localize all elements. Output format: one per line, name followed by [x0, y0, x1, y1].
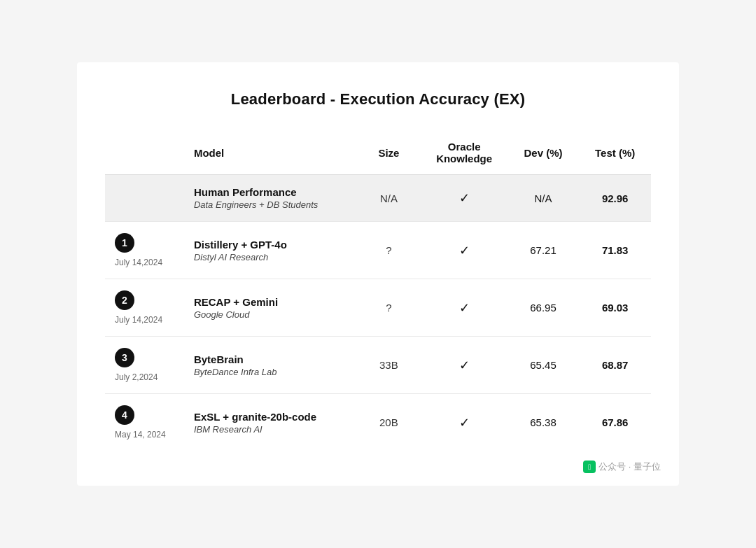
model-name: ExSL + granite-20b-code [194, 411, 346, 423]
dev-cell: 66.95 [507, 279, 580, 337]
model-cell: ExSL + granite-20b-codeIBM Research AI [184, 394, 356, 451]
model-name: RECAP + Gemini [194, 296, 346, 308]
rank-badge: 2 [115, 290, 134, 310]
leaderboard-table: Model Size OracleKnowledge Dev (%) Test … [105, 134, 651, 451]
header-test: Test (%) [579, 134, 651, 175]
checkmark-icon: ✓ [459, 244, 470, 258]
checkmark-icon: ✓ [459, 416, 470, 430]
test-cell: 69.03 [579, 279, 651, 337]
test-cell: 92.96 [579, 175, 651, 222]
header-rank [105, 134, 184, 175]
model-org: ByteDance Infra Lab [194, 367, 346, 377]
oracle-cell: ✓ [421, 279, 507, 337]
model-org: Data Engineers + DB Students [194, 199, 346, 210]
model-name: Human Performance [194, 186, 346, 198]
oracle-cell: ✓ [421, 175, 507, 222]
checkmark-icon: ✓ [459, 358, 470, 372]
size-cell: 20B [356, 394, 421, 451]
watermark:  公众号 · 量子位 [583, 461, 661, 473]
rank-date: July 2,2024 [115, 372, 158, 382]
dev-cell: N/A [507, 175, 580, 222]
rank-cell: 1July 14,2024 [105, 222, 184, 279]
rank-cell [105, 175, 184, 222]
table-row: 3July 2,2024ByteBrainByteDance Infra Lab… [105, 337, 651, 394]
size-cell: 33B [356, 337, 421, 394]
model-org: Google Cloud [194, 309, 346, 320]
rank-badge: 3 [115, 348, 134, 367]
test-cell: 67.86 [579, 394, 651, 451]
oracle-cell: ✓ [421, 222, 507, 279]
oracle-cell: ✓ [421, 337, 507, 394]
header-dev: Dev (%) [507, 134, 580, 175]
checkmark-icon: ✓ [459, 191, 470, 205]
header-size: Size [356, 134, 421, 175]
model-org: Distyl AI Research [194, 252, 346, 262]
wechat-icon:  [583, 461, 596, 473]
rank-cell: 4May 14, 2024 [105, 394, 184, 451]
model-name: Distillery + GPT-4o [194, 239, 346, 251]
page-title: Leaderboard - Execution Accuracy (EX) [105, 90, 651, 108]
test-cell: 68.87 [579, 337, 651, 394]
rank-date: May 14, 2024 [115, 430, 166, 440]
table-row: 1July 14,2024Distillery + GPT-4oDistyl A… [105, 222, 651, 279]
table-row: 4May 14, 2024ExSL + granite-20b-codeIBM … [105, 394, 651, 451]
model-cell: Distillery + GPT-4oDistyl AI Research [184, 222, 356, 279]
size-cell: ? [356, 279, 421, 337]
dev-cell: 65.38 [507, 394, 580, 451]
oracle-cell: ✓ [421, 394, 507, 451]
checkmark-icon: ✓ [459, 301, 470, 315]
model-name: ByteBrain [194, 353, 346, 365]
main-container: Leaderboard - Execution Accuracy (EX) Mo… [77, 62, 679, 486]
rank-date: July 14,2024 [115, 258, 162, 267]
rank-cell: 2July 14,2024 [105, 279, 184, 337]
table-row: 2July 14,2024RECAP + GeminiGoogle Cloud?… [105, 279, 651, 337]
rank-date: July 14,2024 [115, 315, 162, 325]
header-oracle: OracleKnowledge [421, 134, 507, 175]
size-cell: N/A [356, 175, 421, 222]
model-cell: RECAP + GeminiGoogle Cloud [184, 279, 356, 337]
watermark-text: 公众号 · 量子位 [598, 461, 661, 473]
model-org: IBM Research AI [194, 424, 346, 435]
model-cell: Human PerformanceData Engineers + DB Stu… [184, 175, 356, 222]
header-model: Model [184, 134, 356, 175]
rank-badge: 1 [115, 233, 134, 253]
size-cell: ? [356, 222, 421, 279]
dev-cell: 65.45 [507, 337, 580, 394]
table-row: Human PerformanceData Engineers + DB Stu… [105, 175, 651, 222]
rank-cell: 3July 2,2024 [105, 337, 184, 394]
rank-badge: 4 [115, 405, 134, 425]
test-cell: 71.83 [579, 222, 651, 279]
dev-cell: 67.21 [507, 222, 580, 279]
model-cell: ByteBrainByteDance Infra Lab [184, 337, 356, 394]
